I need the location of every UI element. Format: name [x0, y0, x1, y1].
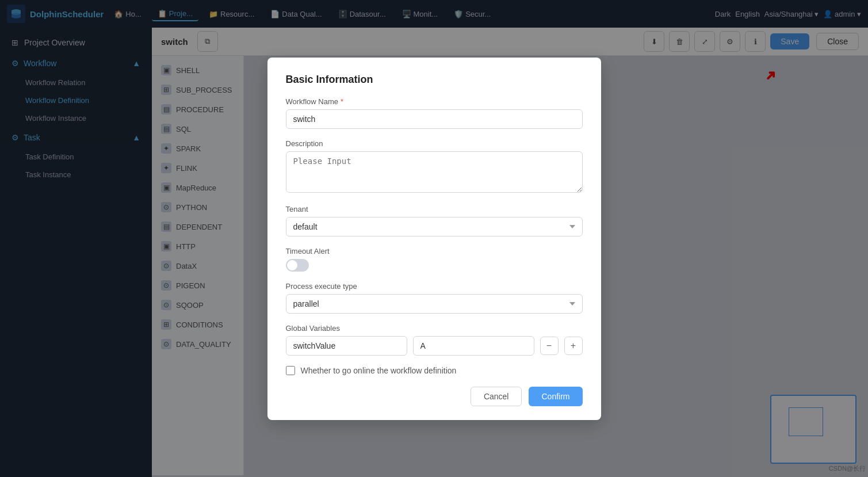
toggle-slider	[286, 259, 309, 272]
var-add-btn[interactable]: +	[564, 337, 583, 355]
timeout-alert-toggle-wrap	[286, 259, 583, 272]
form-group-global-variables: Global Variables − +	[286, 324, 583, 356]
form-group-timeout-alert: Timeout Alert	[286, 247, 583, 272]
var-remove-btn[interactable]: −	[540, 337, 559, 355]
label-global-variables: Global Variables	[286, 324, 583, 333]
confirm-button[interactable]: Confirm	[529, 387, 582, 406]
form-group-description: Description	[286, 139, 583, 194]
description-textarea[interactable]	[286, 151, 583, 193]
required-indicator: *	[341, 97, 343, 106]
process-execute-type-select[interactable]: parallel serial	[286, 294, 583, 314]
modal-overlay[interactable]: Basic Information Workflow Name * Descri…	[0, 0, 868, 477]
go-online-checkbox[interactable]	[286, 366, 295, 375]
modal-title: Basic Information	[286, 74, 583, 86]
label-timeout-alert: Timeout Alert	[286, 247, 583, 255]
form-group-tenant: Tenant default	[286, 205, 583, 236]
tenant-select[interactable]: default	[286, 217, 583, 236]
label-workflow-name: Workflow Name *	[286, 97, 583, 106]
modal-footer: Cancel Confirm	[286, 387, 583, 406]
global-var-row: − +	[286, 336, 583, 356]
label-process-execute-type: Process execute type	[286, 282, 583, 291]
basic-info-modal: Basic Information Workflow Name * Descri…	[267, 58, 601, 420]
form-group-workflow-name: Workflow Name *	[286, 97, 583, 129]
go-online-label[interactable]: Whether to go online the workflow defini…	[301, 366, 457, 375]
var-key-input[interactable]	[286, 336, 407, 356]
label-description: Description	[286, 139, 583, 148]
workflow-name-input[interactable]	[286, 109, 583, 129]
label-tenant: Tenant	[286, 205, 583, 213]
checkbox-go-online-row: Whether to go online the workflow defini…	[286, 366, 583, 375]
timeout-alert-toggle[interactable]	[286, 259, 309, 272]
cancel-button[interactable]: Cancel	[471, 387, 522, 406]
form-group-process-execute-type: Process execute type parallel serial	[286, 282, 583, 314]
var-value-input[interactable]	[413, 336, 534, 356]
